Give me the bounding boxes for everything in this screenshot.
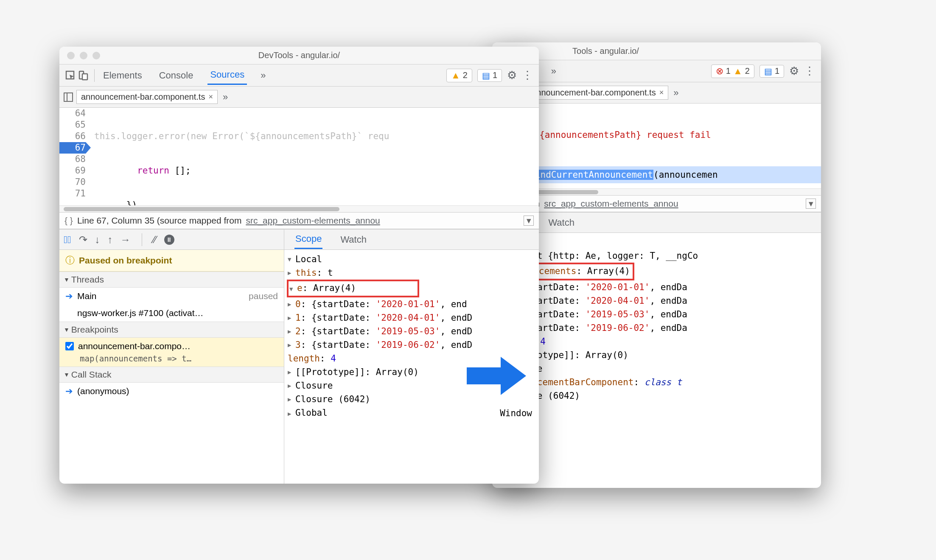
window-controls [59, 52, 100, 59]
tab-console[interactable]: Console [157, 67, 196, 84]
warning-icon: ▲ [733, 66, 743, 77]
comparison-arrow-icon [467, 355, 526, 397]
zoom-window-icon[interactable] [92, 52, 100, 59]
breakpoint-entry[interactable]: announcement-bar.compo… [59, 338, 284, 353]
resume-icon[interactable]: ▶⃒ [64, 234, 71, 246]
scope-tree[interactable]: ▼Local ▶this: t {http: Ae, logger: T, __… [492, 233, 821, 488]
pause-on-exceptions-icon[interactable]: II [164, 235, 174, 245]
file-tab-announcement[interactable]: announcement-bar.component.ts × [76, 90, 218, 104]
active-frame-icon: ➔ [65, 386, 73, 396]
more-vertical-icon[interactable]: ⋮ [804, 64, 815, 78]
step-over-icon[interactable]: ↷ [79, 234, 87, 246]
dropdown-icon[interactable]: ▾ [806, 199, 816, 209]
deactivate-breakpoints-icon[interactable]: ⁄⁄ [153, 234, 157, 246]
thread-worker[interactable]: ngsw-worker.js #7100 (activat… [59, 305, 284, 322]
more-vertical-icon[interactable]: ⋮ [522, 69, 533, 82]
file-tab-announcement[interactable]: announcement-bar.component.ts × [527, 86, 668, 100]
debugger-sidebar: ▶⃒ ↷ ↓ ↑ → ⁄⁄ II ⓘ Paused on breakpoint … [59, 230, 284, 484]
info-icon: ⓘ [65, 254, 75, 267]
minimize-window-icon[interactable] [80, 52, 87, 59]
main-toolbar: Sources » ⊗1 ▲2 ▤1 ⚙ ⋮ [492, 60, 821, 82]
section-callstack[interactable]: ▼Call Stack [59, 367, 284, 383]
code-editor[interactable]: 64 65 66 67 68 69 70 71 this.logger.erro… [59, 108, 539, 205]
titlebar: DevTools - angular.io/ [59, 47, 539, 64]
tab-watch[interactable]: Watch [547, 214, 575, 232]
step-icon[interactable]: → [121, 234, 131, 246]
section-threads[interactable]: ▼Threads [59, 272, 284, 288]
active-thread-icon: ➔ [65, 291, 73, 301]
dropdown-icon[interactable]: ▾ [524, 216, 534, 226]
navigator-toggle-icon[interactable] [64, 92, 73, 102]
more-tabs-icon[interactable]: » [672, 87, 680, 98]
thread-main[interactable]: ➔ Main paused [59, 288, 284, 305]
devtools-window-left: DevTools - angular.io/ Elements Console … [59, 47, 539, 484]
file-tabstrip: d8.js announcement-bar.component.ts × » [492, 82, 821, 104]
code-editor[interactable]: Error(`${announcementsPath} request fail… [492, 104, 821, 188]
status-bar: { } Line 67, Column 35 (source mapped fr… [59, 212, 539, 229]
window-title: DevTools - angular.io/ [59, 50, 539, 60]
divider [94, 69, 95, 82]
line-gutter: 64 65 66 67 68 69 70 71 [59, 108, 90, 199]
settings-icon[interactable]: ⚙ [507, 69, 517, 82]
svg-rect-2 [82, 74, 87, 80]
error-icon: ⊗ [716, 66, 723, 77]
breakpoint-detail: map(announcements => t… [59, 353, 284, 367]
more-tabs-icon[interactable]: » [221, 92, 230, 103]
devtools-window-right: Tools - angular.io/ Sources » ⊗1 ▲2 ▤1 ⚙… [492, 42, 821, 488]
message-icon: ▤ [482, 70, 490, 81]
warnings-badge[interactable]: ▲2 [446, 69, 472, 82]
callstack-frame[interactable]: ➔ (anonymous) [59, 383, 284, 400]
more-tabs-icon[interactable]: » [259, 70, 267, 81]
step-out-icon[interactable]: ↑ [108, 234, 113, 246]
file-tabstrip: announcement-bar.component.ts × » [59, 87, 539, 108]
debug-controls: ▶⃒ ↷ ↓ ↑ → ⁄⁄ II [59, 230, 284, 250]
close-window-icon[interactable] [67, 52, 75, 59]
scope-watch-tabs: Scope Watch [284, 230, 539, 250]
breakpoint-checkbox[interactable] [65, 342, 74, 350]
titlebar: Tools - angular.io/ [492, 42, 821, 60]
tab-watch[interactable]: Watch [339, 231, 367, 249]
tab-sources[interactable]: Sources [207, 66, 247, 85]
device-toggle-icon[interactable] [78, 70, 88, 81]
status-bar: apped from src_app_custom-elements_annou… [492, 195, 821, 212]
message-icon: ▤ [764, 66, 772, 76]
messages-badge[interactable]: ▤1 [477, 69, 502, 82]
section-breakpoints[interactable]: ▼Breakpoints [59, 322, 284, 338]
step-into-icon[interactable]: ↓ [95, 234, 100, 246]
close-icon[interactable]: × [208, 92, 213, 101]
highlighted-variable: ▼e: Array(4) [287, 280, 419, 297]
window-title: Tools - angular.io/ [492, 46, 821, 56]
horizontal-scrollbar[interactable] [492, 188, 821, 195]
tab-scope[interactable]: Scope [294, 230, 322, 249]
source-map-link[interactable]: src_app_custom-elements_annou [246, 216, 380, 226]
main-toolbar: Elements Console Sources » ▲2 ▤1 ⚙ ⋮ [59, 64, 539, 87]
more-tabs-icon[interactable]: » [549, 66, 558, 77]
inspect-icon[interactable] [65, 70, 76, 81]
close-icon[interactable]: × [659, 88, 664, 97]
scope-watch-tabs: Scope Watch [492, 213, 821, 233]
tab-elements[interactable]: Elements [101, 67, 145, 84]
pretty-print-icon[interactable]: { } [64, 216, 73, 226]
settings-icon[interactable]: ⚙ [789, 64, 799, 78]
source-map-link[interactable]: src_app_custom-elements_annou [544, 199, 678, 209]
horizontal-scrollbar[interactable] [59, 205, 539, 212]
error-warn-badge[interactable]: ⊗1 ▲2 [711, 64, 754, 78]
paused-banner: ⓘ Paused on breakpoint [59, 250, 284, 272]
warning-icon: ▲ [451, 70, 460, 81]
messages-badge[interactable]: ▤1 [759, 65, 784, 78]
